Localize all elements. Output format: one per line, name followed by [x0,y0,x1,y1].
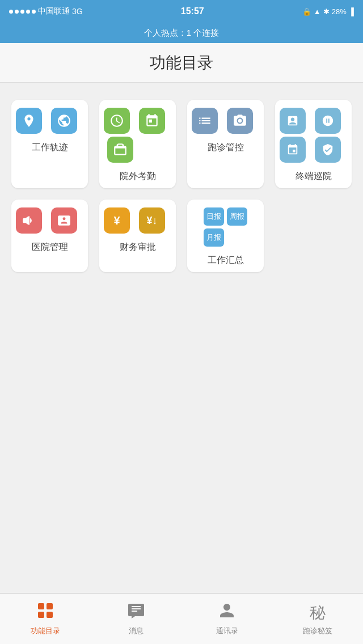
camera-icon-btn [227,108,253,134]
secret-icon: 秘 [310,602,326,624]
carrier-label: 中国联通 [38,6,70,16]
card-finance-label: 财务审批 [120,242,156,253]
grid-row-2: 医院管理 ¥ ¥↓ 财务审批 日报 周报 月报 工作汇总 [11,200,352,272]
clock-icon-btn [104,108,130,134]
svg-rect-3 [47,612,53,618]
card-terminal-tour[interactable]: 终端巡院 [275,100,352,188]
tab-messages-label: 消息 [129,626,143,636]
list-icon-btn [192,108,218,134]
globe-icon-btn [51,108,77,134]
tab-func-dir[interactable]: 功能目录 [0,601,91,636]
card-hospital-label: 医院管理 [32,242,68,253]
tab-contacts-label: 通讯录 [216,626,238,636]
empty-slot [275,200,352,272]
status-right: 🔒 ▲ ✱ 28% ▐ [302,7,354,16]
svg-rect-2 [38,612,44,618]
contacts-icon [218,601,236,624]
tab-bar: 功能目录 消息 通讯录 秘 跑诊秘笈 [0,593,363,644]
id-icon-btn [51,207,77,234]
hospital3-icon-btn [280,137,306,163]
card-summary-label: 工作汇总 [208,255,244,266]
card-work-track[interactable]: 工作轨迹 [11,100,88,188]
card-attendance[interactable]: 院外考勤 [99,100,176,188]
hotspot-bar: 个人热点：1 个连接 [0,23,363,43]
hospital2-icon-btn [315,108,341,134]
card-clinic-icons [192,108,259,134]
grid-row-1: 工作轨迹 院外考勤 [11,100,352,188]
card-attendance-icons [104,108,171,163]
hospital1-icon-btn [280,108,306,134]
card-work-track-label: 工作轨迹 [32,142,68,154]
tab-secret-label: 跑诊秘笈 [303,626,332,636]
func-dir-icon [36,601,54,624]
card-terminal-icons [280,108,347,163]
page-title-bar: 功能目录 [0,43,363,83]
calendar-icon-btn [139,108,165,134]
hotspot-text: 个人热点：1 个连接 [144,28,220,39]
status-left: 中国联通 3G [9,6,83,16]
tab-func-dir-label: 功能目录 [31,626,60,636]
messages-icon [127,601,145,624]
card-work-summary[interactable]: 日报 周报 月报 工作汇总 [187,200,264,272]
yuan1-icon-btn: ¥ [104,207,130,234]
card-finance-icons: ¥ ¥↓ [104,207,171,234]
card-summary-icons: 日报 周报 月报 [204,207,247,247]
page-title: 功能目录 [150,52,213,74]
daily-report-btn[interactable]: 日报 [204,207,224,226]
yuan2-icon-btn: ¥↓ [139,207,165,234]
bluetooth-icon: ✱ [323,7,330,16]
time-label: 15:57 [181,6,204,16]
hospital4-icon-btn [315,137,341,163]
tab-secret[interactable]: 秘 跑诊秘笈 [272,602,363,636]
card-attendance-label: 院外考勤 [120,171,156,183]
card-work-track-icons [16,108,83,134]
card-hospital-mgmt[interactable]: 医院管理 [11,200,88,272]
card-hospital-icons [16,207,83,234]
network-label: 3G [72,7,83,16]
tab-messages[interactable]: 消息 [91,601,182,636]
signal-dots [9,10,36,14]
card-clinic-label: 跑诊管控 [208,142,244,154]
main-content: 工作轨迹 院外考勤 [0,83,363,548]
briefcase-icon-btn [107,137,133,163]
monthly-report-btn[interactable]: 月报 [204,228,224,247]
card-clinic-control[interactable]: 跑诊管控 [187,100,264,188]
status-bar: 中国联通 3G 15:57 🔒 ▲ ✱ 28% ▐ [0,0,363,23]
battery-label: 28% [332,7,347,16]
battery-icon: ▐ [349,7,354,16]
weekly-report-btn[interactable]: 周报 [227,207,247,226]
handshake-icon-btn [16,207,42,234]
location-icon: ▲ [314,7,321,16]
tab-contacts[interactable]: 通讯录 [182,601,272,636]
card-finance[interactable]: ¥ ¥↓ 财务审批 [99,200,176,272]
svg-rect-1 [47,603,53,609]
lock-icon: 🔒 [302,7,311,16]
card-terminal-label: 终端巡院 [296,171,332,183]
svg-rect-0 [38,603,44,609]
location-icon-btn [16,108,42,134]
